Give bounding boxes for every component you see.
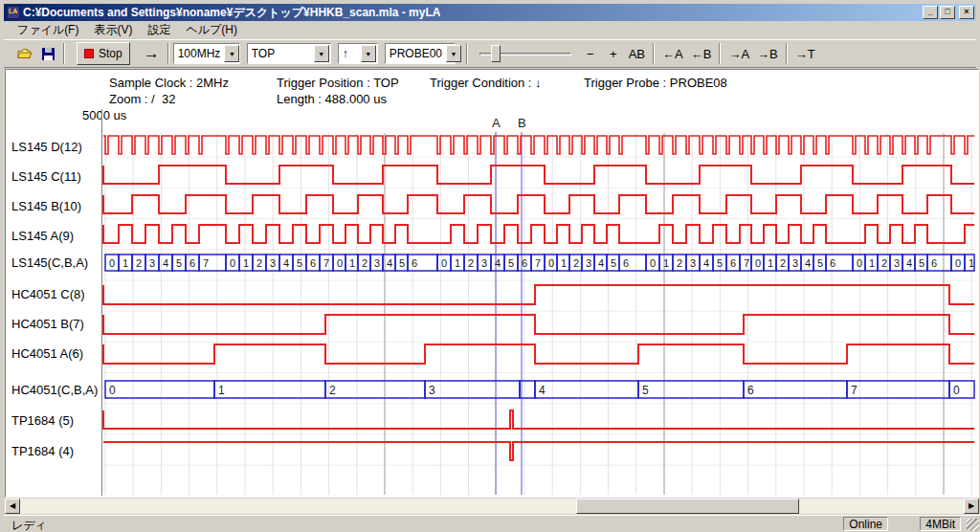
resize-grip[interactable] [967,519,979,531]
trigger-position-label: Trigger Position : TOP [277,76,399,90]
zoom-out-button[interactable]: − [579,42,602,65]
stop-icon [84,49,94,58]
open-folder-icon [17,48,33,60]
channel-label: TP1684 (4) [11,444,74,458]
cursor-b-label[interactable]: B [518,116,526,130]
trigger-edge-select[interactable]: ↑ ▼ [338,43,378,64]
channel-label: HC4051(C,B,A) [11,383,98,397]
trigger-probe-label: Trigger Probe : PROBE08 [584,76,727,90]
menu-item-3[interactable]: ヘルプ(H) [178,20,245,40]
maximize-button[interactable]: □ [940,6,955,19]
channel-label: LS145 C(11) [11,169,81,184]
open-file-button[interactable] [13,42,36,65]
trigger-position-select[interactable]: TOP ▼ [247,43,331,64]
goto-trigger-button[interactable]: →T [791,42,819,65]
channel-label: LS145 B(10) [11,199,81,213]
status-bar: レディ Online 4MBit [4,515,980,532]
status-memory: 4MBit [920,517,961,531]
probe-select[interactable]: PROBE00 ▼ [385,43,456,64]
menu-item-2[interactable]: 設定 [140,20,178,40]
toolbar-separator [653,43,655,64]
chevron-down-icon[interactable]: ▼ [446,45,461,62]
floppy-disk-icon [42,48,55,60]
toolbar-separator [786,43,788,64]
title-bar[interactable]: C:¥Documents and Settings¥noname¥デスクトップ¥… [4,4,976,21]
horizontal-scrollbar[interactable]: ◀ ▶ [5,499,979,514]
zoom-in-button[interactable]: + [602,42,625,65]
run-arrow-icon: → [144,44,160,63]
channel-label: LS145 D(12) [11,140,82,154]
scroll-left-button[interactable]: ◀ [5,499,20,514]
app-window: C:¥Documents and Settings¥noname¥デスクトップ¥… [0,0,980,532]
channel-label: HC4051 C(8) [11,287,85,301]
menu-item-1[interactable]: 表示(V) [86,20,140,40]
toolbar-separator [63,43,65,64]
channel-label: TP1684 (5) [11,413,74,428]
chevron-down-icon[interactable]: ▼ [224,45,239,62]
chevron-down-icon[interactable]: ▼ [314,45,329,62]
run-button[interactable]: → [140,42,164,65]
toolbar-separator [466,43,468,64]
channel-label: LS145 A(9) [11,229,74,243]
clock-select[interactable]: 100MHz ▼ [173,43,240,64]
goto-a-button[interactable]: ←A [658,42,687,65]
channel-label: HC4051 A(6) [11,346,83,361]
set-a-button[interactable]: →A [724,42,753,65]
sample-clock-label: Sample Clock : 2MHz [109,76,229,90]
ab-button[interactable]: AB [625,42,649,65]
zoom-slider[interactable] [478,42,573,65]
slider-thumb[interactable] [491,45,501,62]
toolbar-separator [719,43,721,64]
minimize-button[interactable]: _ [923,6,938,19]
menu-bar: ファイル(F)表示(V)設定ヘルプ(H) [4,21,976,39]
scroll-right-button[interactable]: ▶ [964,499,979,514]
scrollbar-thumb[interactable] [576,499,799,514]
channel-label: LS145(C,B,A) [11,255,88,270]
waveform-area[interactable] [5,69,979,498]
save-button[interactable] [36,42,59,65]
status-online: Online [843,517,888,531]
length-label: Length : 488.000 us [277,92,387,106]
channel-label: HC4051 B(7) [11,317,84,331]
label-pane-divider [101,109,103,496]
toolbar: Stop → 100MHz ▼ TOP ▼ ↑ ▼ PROBE00 ▼ −+AB… [4,39,976,68]
stop-button[interactable]: Stop [77,42,130,65]
cursor-a-label[interactable]: A [492,116,501,130]
chevron-down-icon[interactable]: ▼ [361,45,376,62]
app-icon[interactable] [7,6,20,19]
time-scale-label: 5000 us [82,108,126,122]
window-title: C:¥Documents and Settings¥noname¥デスクトップ¥… [23,5,440,21]
toolbar-separator [167,43,169,64]
zoom-label: Zoom : / 32 [109,92,175,106]
set-b-button[interactable]: →B [753,42,782,65]
menu-item-0[interactable]: ファイル(F) [10,20,86,40]
status-ready: レディ [11,518,47,532]
close-button[interactable]: × [959,6,974,19]
goto-b-button[interactable]: ←B [687,42,716,65]
trigger-condition-label: Trigger Condition : ↓ [430,76,542,90]
